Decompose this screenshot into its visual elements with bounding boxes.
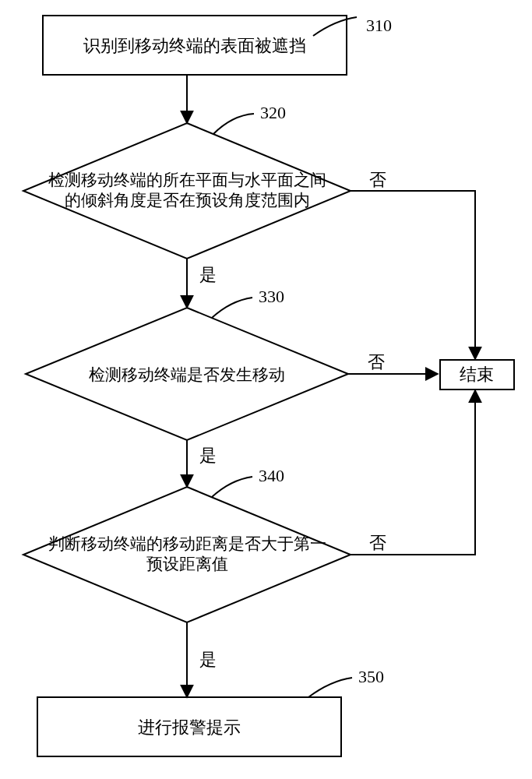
- arrow-340-no: [351, 390, 475, 555]
- svg-text:330: 330: [259, 287, 284, 306]
- step-330: 检测移动终端是否发生移动: [26, 308, 348, 440]
- flowchart-diagram: 识别到移动终端的表面被遮挡 310 检测移动终端的所在平面与水平面之间 的倾斜角…: [0, 0, 532, 779]
- svg-text:310: 310: [366, 16, 392, 35]
- label-320-no: 否: [369, 170, 386, 189]
- step-330-number: 330: [212, 287, 284, 318]
- label-330-yes: 是: [199, 446, 217, 465]
- step-350: 进行报警提示: [37, 697, 341, 756]
- step-320-line2: 的倾斜角度是否在预设角度范围内: [65, 191, 310, 210]
- step-350-number: 350: [308, 667, 384, 697]
- svg-text:340: 340: [259, 466, 284, 485]
- svg-text:350: 350: [358, 667, 384, 686]
- step-310: 识别到移动终端的表面被遮挡: [43, 16, 347, 75]
- step-320-number: 320: [213, 103, 286, 134]
- step-330-text: 检测移动终端是否发生移动: [89, 365, 285, 384]
- svg-text:320: 320: [260, 103, 286, 122]
- step-340-line2: 预设距离值: [146, 555, 228, 573]
- step-340: 判断移动终端的移动距离是否大于第一 预设距离值: [23, 487, 351, 622]
- arrow-320-no: [351, 191, 475, 359]
- step-340-number: 340: [212, 466, 284, 497]
- step-310-text: 识别到移动终端的表面被遮挡: [83, 36, 306, 55]
- label-330-no: 否: [368, 352, 385, 372]
- step-320-line1: 检测移动终端的所在平面与水平面之间: [48, 171, 326, 189]
- label-340-no: 否: [369, 533, 386, 552]
- label-340-yes: 是: [199, 650, 217, 669]
- step-340-line1: 判断移动终端的移动距离是否大于第一: [48, 534, 326, 553]
- step-320: 检测移动终端的所在平面与水平面之间 的倾斜角度是否在预设角度范围内: [23, 123, 351, 259]
- step-end: 结束: [440, 360, 514, 390]
- label-320-yes: 是: [199, 265, 217, 284]
- step-310-number: 310: [313, 16, 392, 36]
- step-end-text: 结束: [460, 365, 494, 384]
- step-350-text: 进行报警提示: [138, 717, 241, 737]
